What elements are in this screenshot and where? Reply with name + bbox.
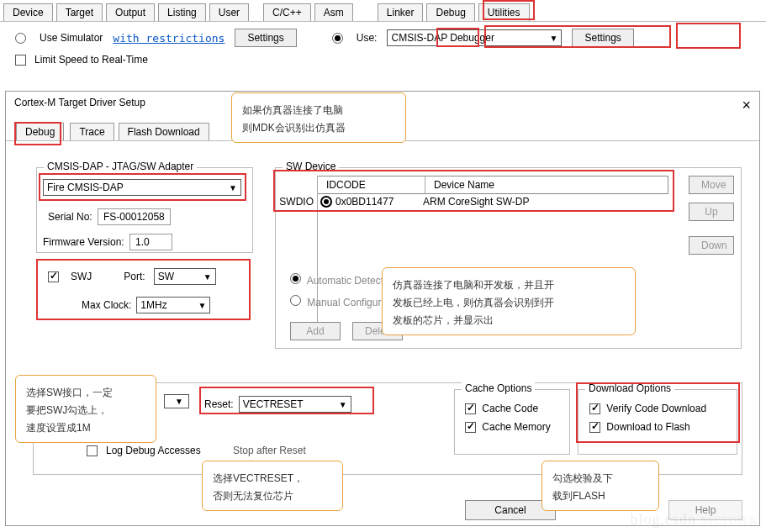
tab-user[interactable]: User xyxy=(209,3,249,21)
settings-button-left[interactable]: Settings xyxy=(235,29,296,47)
dialog-title: Cortex-M Target Driver Setup xyxy=(14,97,145,114)
with-restrictions-link[interactable]: with restrictions xyxy=(113,32,225,45)
serial-value: FS-00012058 xyxy=(98,208,171,225)
cache-memory-checkbox[interactable] xyxy=(465,422,476,433)
highlight-swdevice xyxy=(273,170,674,212)
highlight-reset xyxy=(199,387,374,414)
highlight-download-options xyxy=(576,382,740,443)
dlg-tab-flash-download[interactable]: Flash Download xyxy=(119,123,209,140)
limit-speed-label: Limit Speed to Real-Time xyxy=(34,54,148,66)
callout-sw-port: 选择SW接口，一定 要把SWJ勾选上， 速度设置成1M xyxy=(15,375,156,443)
callout-emulator-detect: 如果仿真器连接了电脑 则MDK会识别出仿真器 xyxy=(231,92,406,143)
serial-label: Serial No: xyxy=(48,211,92,223)
move-button[interactable]: Move xyxy=(689,176,734,194)
main-tabstrip: Device Target Output Listing User C/C++ … xyxy=(0,0,766,22)
highlight-adapter-select xyxy=(39,173,246,201)
up-button[interactable]: Up xyxy=(689,203,734,221)
radio-manual-config[interactable] xyxy=(290,295,301,306)
tab-linker[interactable]: Linker xyxy=(378,3,424,21)
callout-vectreset: 选择VECTRESET， 否则无法复位芯片 xyxy=(202,461,343,511)
tab-device[interactable]: Device xyxy=(3,3,53,21)
tab-ccpp[interactable]: C/C++ xyxy=(263,3,311,21)
radio-use-simulator[interactable] xyxy=(15,33,26,44)
use-label: Use: xyxy=(357,32,378,44)
cache-memory-label: Cache Memory xyxy=(482,421,550,433)
close-icon[interactable]: × xyxy=(742,97,751,114)
add-button[interactable]: Add xyxy=(290,322,341,340)
use-simulator-label: Use Simulator xyxy=(40,32,103,44)
tab-target[interactable]: Target xyxy=(56,3,103,21)
highlight-swj-port xyxy=(36,259,251,320)
highlight-dlg-debug xyxy=(14,122,61,145)
fw-label: Firmware Version: xyxy=(43,236,124,248)
callout-chip-detect: 仿真器连接了电脑和开发板，并且开 发板已经上电，则仿真器会识别到开 发板的芯片，… xyxy=(382,267,636,335)
stop-after-reset-label: Stop after Reset xyxy=(233,445,306,456)
cache-group-title: Cache Options xyxy=(462,382,535,394)
tab-listing[interactable]: Listing xyxy=(158,3,206,21)
cache-code-checkbox[interactable] xyxy=(465,403,476,414)
highlight-tab-debug xyxy=(483,0,535,20)
unknown-select[interactable]: ▼ xyxy=(164,394,189,408)
highlight-debugger-select xyxy=(484,25,671,48)
limit-speed-checkbox[interactable] xyxy=(15,55,26,66)
log-debug-label: Log Debug Accesses xyxy=(106,445,201,456)
tab-asm[interactable]: Asm xyxy=(314,3,353,21)
log-debug-checkbox[interactable] xyxy=(87,445,98,456)
adapter-group-title: CMSIS-DAP - JTAG/SW Adapter xyxy=(44,161,197,172)
chevron-down-icon: ▼ xyxy=(175,397,183,406)
highlight-use-radio xyxy=(436,28,479,47)
radio-use[interactable] xyxy=(332,33,343,44)
radio-auto-detect[interactable] xyxy=(290,273,301,284)
highlight-settings-right xyxy=(676,23,741,49)
down-button[interactable]: Down xyxy=(689,236,734,255)
fw-value: 1.0 xyxy=(129,234,172,250)
tab-output[interactable]: Output xyxy=(106,3,155,21)
callout-download-flash: 勾选校验及下 载到FLASH xyxy=(541,461,659,511)
tab-debug[interactable]: Debug xyxy=(426,3,474,21)
dlg-tab-trace[interactable]: Trace xyxy=(70,123,114,140)
cache-code-label: Cache Code xyxy=(482,403,538,414)
watermark: blog.csdn 51CTO博客 xyxy=(631,511,759,529)
